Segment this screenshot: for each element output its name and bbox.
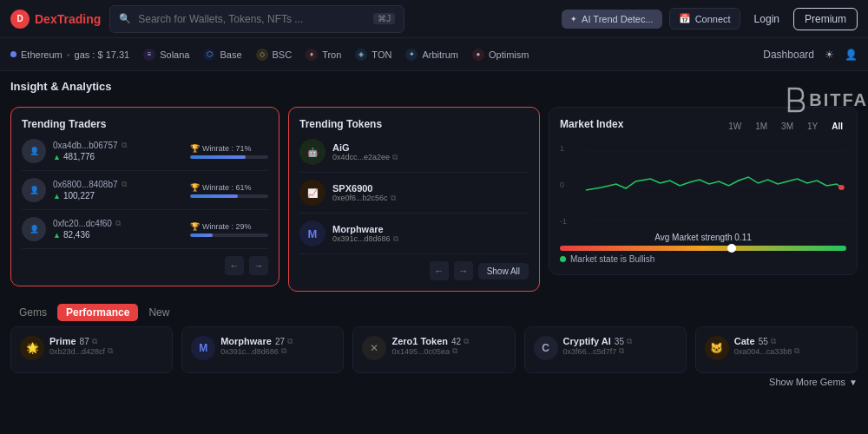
- eth-dot: [10, 51, 16, 57]
- trader-addr-0: 0xa4db...b06757: [53, 141, 118, 150]
- gem-name-cate: Cate: [734, 336, 755, 346]
- search-kbd: ⌘J: [373, 13, 395, 24]
- user-icon[interactable]: 👤: [845, 49, 858, 61]
- chain-base[interactable]: ⬡ Base: [203, 49, 241, 61]
- gems-tab-performance[interactable]: Performance: [57, 304, 138, 321]
- copy-icon[interactable]: ⧉: [392, 153, 398, 162]
- cards-row: Trending Traders 👤 0xa4db...b06757 ⧉ ▲ 4…: [10, 107, 858, 292]
- token-info-2: Morphware 0x391c...d8d686 ⧉: [332, 224, 529, 244]
- copy-icon[interactable]: ⧉: [619, 346, 624, 356]
- chevron-down-icon: ▼: [849, 378, 858, 387]
- gem-name-morphware: Morphware: [220, 336, 272, 346]
- copy-icon[interactable]: ⧉: [452, 346, 457, 356]
- copy-icon[interactable]: ⧉: [287, 337, 293, 346]
- tron-icon: ♦: [306, 49, 318, 61]
- token-icon-1: 📈: [299, 180, 326, 206]
- table-row: 👤 0xa4db...b06757 ⧉ ▲ 481,776 �: [22, 139, 268, 171]
- copy-icon[interactable]: ⧉: [122, 141, 127, 150]
- theme-icon[interactable]: ☀: [825, 49, 834, 61]
- search-bar[interactable]: 🔍 ⌘J: [109, 5, 404, 33]
- ton-icon: ◈: [355, 49, 367, 61]
- gem-name-cryptify: Cryptify AI: [563, 336, 611, 346]
- show-all-button[interactable]: Show All: [478, 263, 529, 279]
- gem-card-cate: 🐱 Cate 55 ⧉ 0xa004...ca33b8: [695, 326, 858, 373]
- trader-addr-2: 0xfc20...dc4f60: [53, 219, 112, 228]
- progress-bar-1: [190, 194, 268, 198]
- winrate-label-2: Winrate : 29%: [202, 222, 252, 231]
- market-index-card: Market Index 1W 1M 3M 1Y All 1 0 -1: [549, 107, 858, 275]
- search-input[interactable]: [138, 13, 366, 25]
- copy-icon[interactable]: ⧉: [771, 337, 776, 346]
- gems-tab-new[interactable]: New: [140, 304, 178, 321]
- tokens-next-button[interactable]: →: [454, 261, 473, 280]
- gem-card-cryptify: C Cryptify AI 35 ⧉ 0x3f66...c5d7f7: [524, 326, 687, 373]
- copy-icon[interactable]: ⧉: [122, 180, 127, 189]
- ai-trend-button[interactable]: ✦ AI Trend Detec...: [562, 10, 662, 29]
- chain-ethereum[interactable]: Ethereum • gas : $ 17.31: [10, 49, 129, 60]
- gem-addr-cryptify: 0x3f66...c5d7f7: [563, 347, 617, 356]
- market-tabs: 1W 1M 3M 1Y All: [725, 120, 846, 133]
- trader-info: 0xfc20...dc4f60 ⧉ ▲ 82,436: [53, 219, 183, 240]
- premium-button[interactable]: Premium: [793, 8, 858, 30]
- winrate-label-0: Winrate : 71%: [202, 144, 252, 153]
- section-title: Insight & Analytics: [10, 80, 858, 93]
- gem-addr-zero1: 0x1495...0c05ea: [391, 347, 450, 356]
- gems-row: 🌟 Prime 87 ⧉ 0xb23d...d428cf: [10, 326, 858, 373]
- tokens-prev-button[interactable]: ←: [430, 261, 449, 280]
- copy-icon[interactable]: ⧉: [627, 337, 632, 346]
- avg-label: Avg Market strength 0.11: [560, 233, 846, 242]
- ai-icon: ✦: [570, 15, 577, 23]
- copy-icon[interactable]: ⧉: [115, 219, 121, 228]
- chain-solana[interactable]: ≡ Solana: [143, 49, 189, 61]
- gem-icon-zero1: ✕: [362, 336, 386, 360]
- amount-icon-0: ▲: [53, 153, 61, 161]
- copy-icon[interactable]: ⧉: [391, 194, 396, 203]
- gem-card-prime: 🌟 Prime 87 ⧉ 0xb23d...d428cf: [10, 326, 173, 373]
- list-item: 📈 SPX6900 0xe0f6...b2c56c ⧉: [299, 180, 529, 214]
- gem-count-morphware: 27 ⧉: [275, 337, 293, 346]
- gem-count-cate: 55 ⧉: [759, 337, 776, 346]
- chain-tron[interactable]: ♦ Tron: [306, 49, 341, 61]
- nav-buttons: ✦ AI Trend Detec... 📅 Connect Login Prem…: [562, 8, 858, 30]
- tab-3m[interactable]: 3M: [778, 120, 797, 133]
- strength-bar: [560, 246, 846, 251]
- copy-icon[interactable]: ⧉: [794, 346, 799, 356]
- tab-1m[interactable]: 1M: [752, 120, 771, 133]
- chain-bar: Ethereum • gas : $ 17.31 ≡ Solana ⬡ Base…: [0, 38, 868, 71]
- copy-icon[interactable]: ⧉: [281, 346, 286, 356]
- traders-next-button[interactable]: →: [249, 256, 268, 275]
- app-logo[interactable]: D DexTrading: [10, 10, 101, 29]
- token-addr-1: 0xe0f6...b2c56c: [332, 194, 388, 202]
- copy-icon[interactable]: ⧉: [92, 337, 97, 346]
- optimism-icon: ●: [472, 49, 484, 61]
- chain-ton[interactable]: ◈ TON: [355, 49, 391, 61]
- chain-bsc[interactable]: ◇ BSC: [256, 49, 293, 61]
- trader-info: 0xa4db...b06757 ⧉ ▲ 481,776: [53, 141, 183, 161]
- tokens-nav: ← → Show All: [299, 261, 529, 280]
- token-addr-0: 0x4dcc...e2a2ee: [332, 153, 390, 161]
- traders-nav: ← →: [22, 256, 268, 275]
- gems-tab-gems[interactable]: Gems: [10, 304, 56, 321]
- winrate-icon-1: 🏆: [190, 183, 200, 192]
- chain-optimism[interactable]: ● Optimism: [472, 49, 529, 61]
- chain-arbitrum[interactable]: ✦ Arbitrum: [405, 49, 458, 61]
- gem-card-zero1: ✕ Zero1 Token 42 ⧉ 0x1495...0c05ea: [352, 326, 515, 373]
- tab-all[interactable]: All: [828, 120, 846, 133]
- gem-name-prime: Prime: [49, 336, 76, 346]
- trader-addr-1: 0x6800...8408b7: [53, 180, 118, 189]
- copy-icon[interactable]: ⧉: [464, 337, 469, 346]
- dashboard-button[interactable]: Dashboard: [763, 49, 814, 61]
- tab-1w[interactable]: 1W: [725, 120, 745, 133]
- gem-icon-morphware: M: [191, 336, 215, 360]
- show-more-gems-button[interactable]: Show More Gems ▼: [10, 377, 858, 387]
- avatar: 👤: [22, 178, 46, 202]
- login-button[interactable]: Login: [747, 9, 786, 30]
- copy-icon[interactable]: ⧉: [393, 234, 398, 244]
- traders-prev-button[interactable]: ←: [225, 256, 244, 275]
- tab-1y[interactable]: 1Y: [804, 120, 821, 133]
- list-item: M Morphware 0x391c...d8d686 ⧉: [299, 220, 529, 254]
- market-state-label: Market state is Bullish: [570, 254, 654, 264]
- amount-icon-1: ▲: [53, 192, 61, 201]
- copy-icon[interactable]: ⧉: [108, 346, 113, 356]
- connect-button[interactable]: 📅 Connect: [669, 8, 740, 30]
